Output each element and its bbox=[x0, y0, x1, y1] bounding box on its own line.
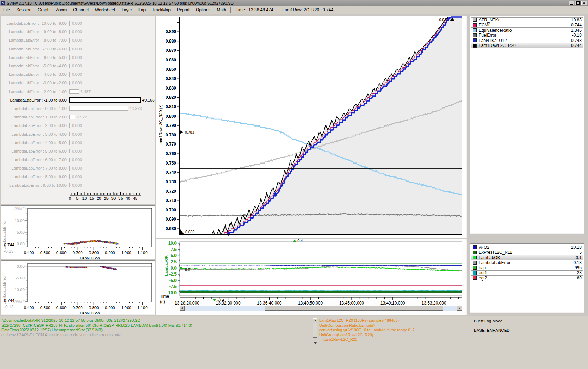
hist-row[interactable]: LambdaLabError : 5.00 to 6.000.000 bbox=[1, 147, 155, 155]
menu-session[interactable]: Session bbox=[13, 6, 35, 13]
channel-row-equivalenceratio[interactable]: EquivalenceRatio1.346 bbox=[471, 27, 583, 33]
channel-value: 1.346 bbox=[571, 28, 582, 33]
menu-trackmap[interactable]: TrackMap bbox=[149, 6, 174, 13]
channel-row-afr-ntka[interactable]: AFR_NTKa10.83 bbox=[471, 17, 583, 23]
channel-list-bottom: % O220.18ExPressL2C_R115LamLabOK-0.1Lamb… bbox=[470, 244, 584, 281]
channel-row-ecmf[interactable]: ECMf0.744 bbox=[471, 23, 583, 28]
hist-row[interactable]: LambdaLabError : 8.00 to 9.000.000 bbox=[1, 172, 155, 181]
menu-layer[interactable]: Layer bbox=[118, 6, 135, 13]
svg-text:1.100: 1.100 bbox=[137, 251, 148, 255]
svg-text:0.720: 0.720 bbox=[166, 189, 176, 194]
burst-log-mode-value: BASE, ENHANCED bbox=[474, 328, 510, 332]
hist-row[interactable]: LambdaLabError : 1.00 to 2.003.972 bbox=[1, 113, 155, 121]
hist-row[interactable]: LambdaLabError : 0.00 to 1.0040.373 bbox=[1, 104, 155, 113]
channel-name: LamLabOK bbox=[479, 255, 574, 260]
main-chart-plot[interactable]: 0.8900.8800.8700.8600.8500.8400.8300.820… bbox=[156, 16, 466, 239]
menu-channel[interactable]: Channel bbox=[70, 6, 92, 13]
channel-row--o2[interactable]: % O220.18 bbox=[471, 245, 583, 250]
channel-row-lam1rawl2c-r20[interactable]: Lam1RawL2C_R200.744 bbox=[471, 43, 583, 49]
menu-report[interactable]: Report bbox=[174, 6, 193, 13]
channel-row-bap[interactable]: bap995 bbox=[471, 265, 583, 271]
menu-graph[interactable]: Graph bbox=[35, 6, 52, 13]
scrollbar-thumb[interactable] bbox=[265, 306, 443, 311]
channel-row-expressl2c-r11[interactable]: ExPressL2C_R115 bbox=[471, 250, 583, 256]
hist-row[interactable]: LambdaLabError : 2.00 to 3.000.000 bbox=[1, 121, 155, 130]
hist-row[interactable]: LambdaLabError : -3.00 to -2.000.000 bbox=[1, 79, 155, 87]
svg-text:2.5: 2.5 bbox=[171, 259, 177, 264]
menu-worksheet[interactable]: Worksheet bbox=[92, 6, 118, 13]
svg-text:1.000: 1.000 bbox=[121, 251, 131, 255]
hist-row[interactable]: LambdaLabError : -7.00 to -6.000.000 bbox=[1, 45, 155, 53]
scatter-top-plot[interactable]: 0.4000.5000.6000.7000.8000.9001.0001.100… bbox=[1, 206, 155, 260]
menu-lap[interactable]: Lap bbox=[135, 6, 149, 13]
channel-color-swatch bbox=[473, 266, 477, 270]
trace-egt1-trace bbox=[180, 291, 462, 291]
hist-row[interactable]: LambdaLabError : -4.00 to -3.000.000 bbox=[1, 70, 155, 79]
svg-text:Time: Time bbox=[160, 294, 169, 299]
scrollbar-left-button[interactable] bbox=[180, 306, 185, 311]
footer-status-area: .\DownloadedData\RR S12\2025-10-12 12-57… bbox=[0, 316, 588, 369]
hist-row-bar bbox=[69, 106, 128, 111]
channel-row-lamlabok[interactable]: LamLabOK-0.1 bbox=[471, 255, 583, 260]
lambda-error-histogram-panel[interactable]: LambdaLabError : -10.00 to -9.000.000Lam… bbox=[1, 16, 155, 204]
channel-info-scroll-up[interactable] bbox=[313, 318, 317, 322]
channel-row-labntka-u12[interactable]: LabNTKa_U120.743 bbox=[471, 38, 583, 43]
title-bar[interactable]: S SView 2.17.10 : C:\Users\Public\Docume… bbox=[0, 0, 588, 6]
hist-row[interactable]: LambdaLabError : 7.00 to 8.000.000 bbox=[1, 164, 155, 172]
menu-options[interactable]: Options bbox=[193, 6, 213, 13]
sview-window: S SView 2.17.10 : C:\Users\Public\Docume… bbox=[0, 0, 588, 369]
hist-row[interactable]: LambdaLabError : 3.00 to 4.000.000 bbox=[1, 130, 155, 138]
channel-info-scrollbar[interactable] bbox=[313, 318, 317, 345]
scrollbar-right-button[interactable] bbox=[457, 306, 462, 311]
hist-row-label: LambdaLabError : -4.00 to -3.00 bbox=[1, 72, 67, 76]
channel-info-line: Lam1RawL2C_R20 (100Hz) samples(486468) bbox=[319, 318, 415, 323]
hist-row-label: LambdaLabError : -3.00 to -2.00 bbox=[1, 81, 67, 85]
hist-row-value: 6.487 bbox=[81, 90, 91, 94]
hist-row[interactable]: LambdaLabError : -1.00 to 0.0049.168 bbox=[1, 96, 155, 104]
svg-text:0.840: 0.840 bbox=[166, 76, 176, 81]
channel-row-fuelerror[interactable]: FuelError-0.18 bbox=[471, 33, 583, 38]
hist-row-bar bbox=[69, 81, 70, 85]
channel-name: egt2 bbox=[479, 276, 577, 281]
channel-info-scroll-thumb[interactable] bbox=[313, 323, 317, 338]
time-scrollbar[interactable] bbox=[180, 306, 462, 311]
scatter-top-panel[interactable]: LambdaLabError 0.4000.5000.6000.7000.800… bbox=[1, 205, 155, 259]
menu-zoom[interactable]: Zoom bbox=[52, 6, 70, 13]
channel-row-lambdalaberror[interactable]: LambdaLabError-0.13 bbox=[471, 260, 583, 266]
scatter-bottom-panel[interactable]: LambdaLabError 0.4000.5000.6000.7000.800… bbox=[1, 260, 155, 315]
hist-row-value: 0.000 bbox=[72, 30, 82, 34]
svg-text:0.680: 0.680 bbox=[166, 226, 176, 231]
hist-row[interactable]: LambdaLabError : -2.00 to -1.006.487 bbox=[1, 87, 155, 96]
minimize-button[interactable] bbox=[569, 1, 574, 5]
svg-text:0.790: 0.790 bbox=[166, 123, 176, 128]
channel-info-scroll-down[interactable] bbox=[313, 341, 317, 345]
hist-row-value: 0.000 bbox=[72, 55, 82, 60]
hist-row[interactable]: LambdaLabError : -10.00 to -9.000.000 bbox=[1, 19, 155, 27]
restore-button[interactable] bbox=[575, 1, 581, 5]
hist-row[interactable]: LambdaLabError : -6.00 to -5.000.000 bbox=[1, 53, 155, 62]
channel-info-block: Lam1RawL2C_R20 (100Hz) samples(486468)Un… bbox=[319, 318, 415, 342]
menu-math[interactable]: Math bbox=[213, 6, 229, 13]
menu-file[interactable]: File bbox=[0, 6, 13, 13]
close-button[interactable]: × bbox=[581, 1, 587, 5]
svg-text:1.100: 1.100 bbox=[137, 306, 148, 310]
hist-row[interactable]: LambdaLabError : 6.00 to 7.000.000 bbox=[1, 155, 155, 164]
scatter-bottom-plot[interactable]: 0.4000.5000.6000.7000.8000.9001.0001.100… bbox=[1, 261, 155, 315]
channel-color-swatch bbox=[473, 276, 477, 280]
hist-row[interactable]: LambdaLabError : -8.00 to -7.000.000 bbox=[1, 36, 155, 44]
hist-row-label: LambdaLabError : 9.00 to 10.00 bbox=[1, 183, 67, 187]
main-chart-panel[interactable]: Lam1RawL2C_R20 (λ) 0.8900.8800.8700.8600… bbox=[156, 16, 467, 238]
channel-row-egt2[interactable]: egt269 bbox=[471, 275, 583, 281]
lamlabok-plot[interactable]: 10.07.55.02.50.0-2.5-5.0-7.5-10.00.4-0.4… bbox=[156, 239, 466, 317]
hist-row-value: 0.000 bbox=[72, 141, 82, 145]
hist-row[interactable]: LambdaLabError : -9.00 to -8.000.000 bbox=[1, 27, 155, 36]
svg-text:-5.0: -5.0 bbox=[169, 278, 177, 283]
hist-row[interactable]: LambdaLabError : -5.00 to -4.000.000 bbox=[1, 62, 155, 70]
lamlabok-chart-panel[interactable]: LamLabOK 10.07.55.02.50.0-2.5-5.0-7.5-10… bbox=[156, 239, 467, 315]
svg-text:45: 45 bbox=[133, 196, 137, 201]
channel-name: % O2 bbox=[479, 245, 571, 250]
hist-row[interactable]: LambdaLabError : 9.00 to 10.000.000 bbox=[1, 181, 155, 190]
channel-row-egt1[interactable]: egt123 bbox=[471, 270, 583, 276]
channel-color-swatch bbox=[473, 261, 477, 265]
hist-row[interactable]: LambdaLabError : 4.00 to 5.000.000 bbox=[1, 139, 155, 147]
